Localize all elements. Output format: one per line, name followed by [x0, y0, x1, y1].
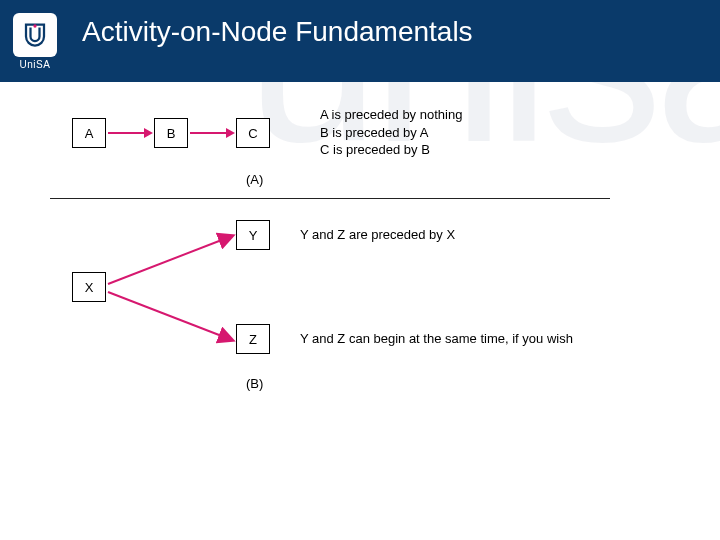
page-title: Activity-on-Node Fundamentals: [82, 16, 473, 48]
logo-shield-icon: [13, 13, 57, 57]
slide-header: UniSA Activity-on-Node Fundamentals: [0, 0, 720, 82]
brand-logo: UniSA: [6, 7, 64, 75]
arrow-head-icon: [144, 128, 153, 138]
panel-b-caption: (B): [246, 376, 263, 391]
panel-a-caption: (A): [246, 172, 263, 187]
desc-line: C is preceded by B: [320, 141, 462, 159]
arrow-a-b: [108, 132, 146, 134]
desc-line: B is preceded by A: [320, 124, 462, 142]
brand-name: UniSA: [20, 59, 51, 70]
panel-b-desc-1: Y and Z are preceded by X: [300, 226, 455, 244]
svg-line-1: [108, 236, 232, 284]
panel-divider: [50, 198, 610, 199]
node-a: A: [72, 118, 106, 148]
arrow-head-icon: [226, 128, 235, 138]
node-x: X: [72, 272, 106, 302]
svg-point-0: [33, 24, 36, 27]
arrow-b-c: [190, 132, 228, 134]
panel-a-description: A is preceded by nothing B is preceded b…: [320, 106, 462, 159]
panel-b-arrows: [106, 218, 240, 358]
node-y: Y: [236, 220, 270, 250]
svg-line-2: [108, 292, 232, 340]
slide: unisa UniSA Activity-on-Node Fundamental…: [0, 0, 720, 540]
node-z: Z: [236, 324, 270, 354]
panel-b-desc-2: Y and Z can begin at the same time, if y…: [300, 330, 573, 348]
node-b: B: [154, 118, 188, 148]
desc-line: A is preceded by nothing: [320, 106, 462, 124]
node-c: C: [236, 118, 270, 148]
